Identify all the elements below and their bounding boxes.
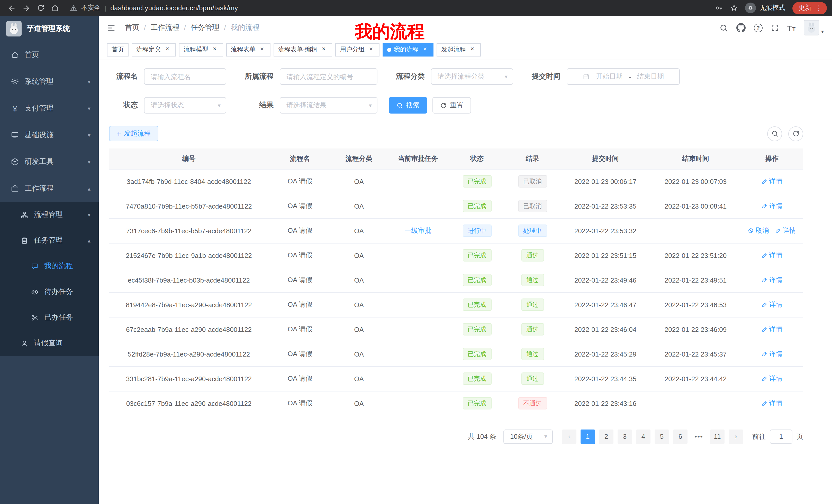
page-button[interactable]: 6 (673, 429, 687, 444)
cancel-button[interactable]: 取消 (748, 226, 769, 235)
category-select[interactable]: 请选择流程分类 ▾ (431, 68, 513, 85)
table-tools (767, 126, 803, 141)
key-icon[interactable] (715, 4, 723, 12)
font-size-icon[interactable]: TT (787, 24, 796, 32)
tab[interactable]: 流程表单 × (226, 43, 270, 56)
close-icon[interactable]: × (421, 46, 429, 53)
tab[interactable]: 用户分组 × (335, 43, 380, 56)
reset-button[interactable]: 重置 (433, 97, 471, 114)
status-badge: 已完成 (463, 299, 491, 311)
sidebar-item-home[interactable]: 首页 (0, 41, 99, 68)
sidebar-item-system[interactable]: 系统管理 ▾ (0, 68, 99, 95)
back-icon[interactable] (5, 1, 19, 15)
tab[interactable]: 我的流程 × (383, 43, 434, 56)
cell-status: 已完成 (449, 342, 505, 366)
tab[interactable]: 流程定义 × (132, 43, 176, 56)
detail-button[interactable]: 详情 (761, 325, 783, 334)
reload-icon[interactable] (34, 1, 47, 15)
sidebar-toggle-icon[interactable] (107, 23, 116, 32)
url-text[interactable]: dashboard.yudao.iocoder.cn/bpm/task/my (110, 4, 238, 12)
sidebar-item-infrastructure[interactable]: 基础设施 ▾ (0, 122, 99, 148)
detail-button[interactable]: 详情 (775, 226, 796, 235)
status-select[interactable]: 请选择状态 ▾ (144, 97, 226, 114)
help-icon[interactable]: ? (754, 23, 762, 32)
cell-result: 通过 (505, 366, 560, 391)
browser-toolbar: 不安全 | dashboard.yudao.iocoder.cn/bpm/tas… (0, 0, 832, 16)
tab[interactable]: 发起流程 × (437, 43, 481, 56)
next-page-button[interactable]: › (729, 429, 743, 444)
tab[interactable]: 流程表单-编辑 × (274, 43, 332, 56)
detail-button[interactable]: 详情 (761, 201, 783, 211)
sidebar-item-done-task[interactable]: 已办任务 (0, 305, 99, 330)
table-row: 03c6c157-7b9a-11ec-a290-acde48001122 OA … (109, 391, 803, 416)
close-icon[interactable]: × (320, 46, 328, 53)
table-header-row: 编号流程名流程分类当前审批任务状态结果提交时间结束时间操作 (109, 148, 803, 169)
close-icon[interactable]: × (468, 46, 476, 53)
user-menu[interactable]: ▾ (804, 20, 824, 35)
address-bar[interactable]: 不安全 | dashboard.yudao.iocoder.cn/bpm/tas… (70, 4, 238, 12)
parent-process-input[interactable] (280, 68, 378, 85)
process-name-input[interactable] (144, 68, 226, 85)
search-icon[interactable] (719, 23, 728, 32)
chevron-down-icon: ▾ (88, 78, 90, 85)
breadcrumb-item[interactable]: 我的流程 (219, 23, 260, 32)
detail-button[interactable]: 详情 (761, 275, 783, 285)
goto-page-input[interactable] (770, 429, 792, 444)
close-icon[interactable]: × (211, 46, 218, 53)
page-button[interactable]: 1 (580, 429, 595, 444)
briefcase-icon (10, 185, 20, 193)
sidebar-item-my-process[interactable]: 我的流程 (0, 253, 99, 279)
page-button[interactable]: 2 (599, 429, 614, 444)
sidebar-item-todo-task[interactable]: 待办任务 (0, 279, 99, 305)
breadcrumb-item[interactable]: 工作流程 (139, 23, 179, 32)
cell-result: 已取消 (505, 169, 560, 194)
prev-page-button[interactable]: ‹ (562, 429, 576, 444)
result-badge: 已取消 (518, 200, 547, 212)
detail-button[interactable]: 详情 (761, 349, 783, 359)
calendar-icon (582, 73, 590, 80)
start-process-button[interactable]: + 发起流程 (109, 126, 158, 141)
table-row: 331bc281-7b9a-11ec-a290-acde48001122 OA … (109, 366, 803, 391)
toggle-search-icon[interactable] (767, 126, 782, 141)
github-icon[interactable] (736, 23, 745, 32)
sidebar-item-leave-query[interactable]: 请假查询 (0, 330, 99, 356)
tab[interactable]: 首页 × (107, 43, 129, 56)
submit-time-range-picker[interactable]: 开始日期 - 结束日期 (567, 68, 680, 85)
sidebar-item-workflow[interactable]: 工作流程 ▴ (0, 175, 99, 202)
result-select[interactable]: 请选择流结果 ▾ (280, 97, 378, 114)
detail-button[interactable]: 详情 (761, 374, 783, 383)
detail-button[interactable]: 详情 (761, 300, 783, 309)
page-button[interactable]: 5 (655, 429, 669, 444)
detail-button[interactable]: 详情 (761, 399, 783, 408)
sidebar-item-task-mgmt[interactable]: 任务管理 ▴ (0, 228, 99, 253)
detail-button[interactable]: 详情 (761, 251, 783, 260)
close-icon[interactable]: × (258, 46, 266, 53)
page-button[interactable]: 3 (618, 429, 632, 444)
goto-unit: 页 (797, 432, 803, 441)
breadcrumb-item[interactable]: 首页 (125, 23, 139, 32)
browser-menu-icon[interactable]: ⋮ (815, 4, 822, 12)
sidebar-item-payment[interactable]: ¥ 支付管理 ▾ (0, 95, 99, 122)
breadcrumb-item[interactable]: 任务管理 (179, 23, 219, 32)
page-size-select[interactable]: 10条/页 ▾ (503, 429, 553, 444)
current-task-link[interactable]: 一级审批 (405, 226, 432, 235)
page-button[interactable]: ••• (692, 429, 706, 444)
tab[interactable]: 流程模型 × (179, 43, 223, 56)
forward-icon[interactable] (20, 1, 33, 15)
detail-button[interactable]: 详情 (761, 177, 783, 186)
close-icon[interactable]: × (367, 46, 375, 53)
page-button[interactable]: 11 (710, 429, 725, 444)
refresh-icon[interactable] (788, 126, 803, 141)
bookmark-star-icon[interactable] (730, 4, 738, 12)
warning-icon (70, 4, 77, 11)
close-icon[interactable]: × (163, 46, 171, 53)
home-icon[interactable] (48, 1, 62, 15)
chevron-down-icon: ▾ (88, 132, 90, 138)
sidebar-item-process-mgmt[interactable]: 流程管理 ▾ (0, 202, 99, 228)
sidebar-item-devtools[interactable]: 研发工具 ▾ (0, 148, 99, 175)
clipboard-icon (20, 236, 29, 244)
search-button[interactable]: 搜索 (389, 97, 427, 114)
update-button[interactable]: 更新 ⋮ (792, 2, 827, 14)
page-button[interactable]: 4 (636, 429, 650, 444)
fullscreen-icon[interactable] (771, 24, 779, 32)
